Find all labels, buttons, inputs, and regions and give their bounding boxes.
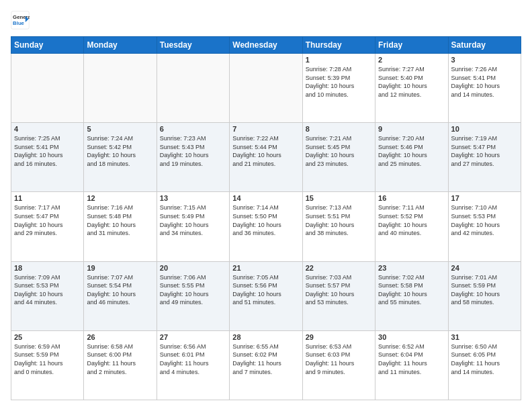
day-info: Sunrise: 7:03 AM Sunset: 5:57 PM Dayligh…: [306, 273, 372, 307]
day-info: Sunrise: 7:22 AM Sunset: 5:44 PM Dayligh…: [232, 134, 299, 168]
column-header-saturday: Saturday: [448, 37, 521, 54]
day-number: 26: [87, 333, 153, 341]
day-info: Sunrise: 7:21 AM Sunset: 5:45 PM Dayligh…: [306, 134, 372, 168]
day-number: 6: [160, 125, 226, 133]
calendar-cell: [157, 54, 229, 123]
day-info: Sunrise: 7:28 AM Sunset: 5:39 PM Dayligh…: [306, 65, 372, 99]
calendar-cell: 31Sunrise: 6:50 AM Sunset: 6:05 PM Dayli…: [448, 330, 521, 400]
calendar-cell: 30Sunrise: 6:52 AM Sunset: 6:04 PM Dayli…: [375, 330, 448, 400]
logo-icon: General Blue: [11, 11, 30, 30]
calendar-cell: 6Sunrise: 7:23 AM Sunset: 5:43 PM Daylig…: [157, 123, 229, 192]
day-info: Sunrise: 6:50 AM Sunset: 6:05 PM Dayligh…: [451, 342, 518, 376]
day-info: Sunrise: 7:20 AM Sunset: 5:46 PM Dayligh…: [378, 134, 445, 168]
day-info: Sunrise: 6:55 AM Sunset: 6:02 PM Dayligh…: [232, 342, 299, 376]
day-number: 17: [451, 194, 518, 202]
day-number: 16: [378, 194, 445, 202]
calendar-cell: 23Sunrise: 7:02 AM Sunset: 5:58 PM Dayli…: [375, 261, 448, 330]
day-number: 25: [14, 333, 81, 341]
calendar-cell: 14Sunrise: 7:14 AM Sunset: 5:50 PM Dayli…: [230, 192, 302, 261]
day-info: Sunrise: 6:58 AM Sunset: 6:00 PM Dayligh…: [87, 342, 153, 376]
column-header-sunday: Sunday: [11, 37, 84, 54]
day-info: Sunrise: 7:19 AM Sunset: 5:47 PM Dayligh…: [451, 134, 518, 168]
day-info: Sunrise: 7:05 AM Sunset: 5:56 PM Dayligh…: [232, 273, 299, 307]
day-info: Sunrise: 7:11 AM Sunset: 5:52 PM Dayligh…: [378, 203, 445, 237]
calendar-cell: 20Sunrise: 7:06 AM Sunset: 5:55 PM Dayli…: [157, 261, 229, 330]
day-info: Sunrise: 7:16 AM Sunset: 5:48 PM Dayligh…: [87, 203, 153, 237]
column-header-friday: Friday: [375, 37, 448, 54]
day-info: Sunrise: 7:15 AM Sunset: 5:49 PM Dayligh…: [160, 203, 226, 237]
calendar-week-row: 4Sunrise: 7:25 AM Sunset: 5:41 PM Daylig…: [11, 123, 521, 192]
calendar-cell: 8Sunrise: 7:21 AM Sunset: 5:45 PM Daylig…: [302, 123, 375, 192]
day-info: Sunrise: 7:02 AM Sunset: 5:58 PM Dayligh…: [378, 273, 445, 307]
calendar-cell: 28Sunrise: 6:55 AM Sunset: 6:02 PM Dayli…: [230, 330, 302, 400]
day-info: Sunrise: 7:01 AM Sunset: 5:59 PM Dayligh…: [451, 273, 518, 307]
day-info: Sunrise: 7:13 AM Sunset: 5:51 PM Dayligh…: [306, 203, 372, 237]
day-number: 1: [306, 56, 372, 64]
column-header-tuesday: Tuesday: [157, 37, 229, 54]
day-number: 27: [160, 333, 226, 341]
day-info: Sunrise: 6:53 AM Sunset: 6:03 PM Dayligh…: [306, 342, 372, 376]
calendar-cell: [84, 54, 157, 123]
calendar-cell: 15Sunrise: 7:13 AM Sunset: 5:51 PM Dayli…: [302, 192, 375, 261]
day-number: 28: [232, 333, 299, 341]
day-number: 29: [306, 333, 372, 341]
day-number: 2: [378, 56, 445, 64]
day-info: Sunrise: 6:52 AM Sunset: 6:04 PM Dayligh…: [378, 342, 445, 376]
day-number: 9: [378, 125, 445, 133]
day-number: 20: [160, 264, 226, 272]
day-number: 19: [87, 264, 153, 272]
calendar-header-row: SundayMondayTuesdayWednesdayThursdayFrid…: [11, 37, 521, 54]
calendar-week-row: 1Sunrise: 7:28 AM Sunset: 5:39 PM Daylig…: [11, 54, 521, 123]
calendar-cell: 27Sunrise: 6:56 AM Sunset: 6:01 PM Dayli…: [157, 330, 229, 400]
header: General Blue: [11, 11, 521, 30]
calendar-cell: 5Sunrise: 7:24 AM Sunset: 5:42 PM Daylig…: [84, 123, 157, 192]
day-info: Sunrise: 7:09 AM Sunset: 5:53 PM Dayligh…: [14, 273, 81, 307]
calendar-cell: 18Sunrise: 7:09 AM Sunset: 5:53 PM Dayli…: [11, 261, 84, 330]
day-number: 15: [306, 194, 372, 202]
day-number: 30: [378, 333, 445, 341]
page: General Blue SundayMondayTuesdayWednesda…: [0, 0, 532, 411]
calendar-table: SundayMondayTuesdayWednesdayThursdayFrid…: [11, 36, 521, 400]
day-number: 31: [451, 333, 518, 341]
day-number: 22: [306, 264, 372, 272]
day-number: 23: [378, 264, 445, 272]
day-number: 12: [87, 194, 153, 202]
column-header-monday: Monday: [84, 37, 157, 54]
svg-text:Blue: Blue: [13, 20, 25, 26]
calendar-cell: 1Sunrise: 7:28 AM Sunset: 5:39 PM Daylig…: [302, 54, 375, 123]
calendar-cell: 12Sunrise: 7:16 AM Sunset: 5:48 PM Dayli…: [84, 192, 157, 261]
day-info: Sunrise: 7:17 AM Sunset: 5:47 PM Dayligh…: [14, 203, 81, 237]
day-number: 11: [14, 194, 81, 202]
calendar-cell: 4Sunrise: 7:25 AM Sunset: 5:41 PM Daylig…: [11, 123, 84, 192]
calendar-cell: 29Sunrise: 6:53 AM Sunset: 6:03 PM Dayli…: [302, 330, 375, 400]
calendar-week-row: 25Sunrise: 6:59 AM Sunset: 5:59 PM Dayli…: [11, 330, 521, 400]
day-number: 18: [14, 264, 81, 272]
logo: General Blue: [11, 11, 30, 30]
day-info: Sunrise: 6:56 AM Sunset: 6:01 PM Dayligh…: [160, 342, 226, 376]
day-info: Sunrise: 7:26 AM Sunset: 5:41 PM Dayligh…: [451, 65, 518, 99]
calendar-cell: 22Sunrise: 7:03 AM Sunset: 5:57 PM Dayli…: [302, 261, 375, 330]
calendar-cell: 2Sunrise: 7:27 AM Sunset: 5:40 PM Daylig…: [375, 54, 448, 123]
day-number: 3: [451, 56, 518, 64]
calendar-cell: 3Sunrise: 7:26 AM Sunset: 5:41 PM Daylig…: [448, 54, 521, 123]
calendar-cell: 11Sunrise: 7:17 AM Sunset: 5:47 PM Dayli…: [11, 192, 84, 261]
day-info: Sunrise: 7:27 AM Sunset: 5:40 PM Dayligh…: [378, 65, 445, 99]
day-info: Sunrise: 7:14 AM Sunset: 5:50 PM Dayligh…: [232, 203, 299, 237]
day-number: 7: [232, 125, 299, 133]
day-number: 24: [451, 264, 518, 272]
calendar-cell: 25Sunrise: 6:59 AM Sunset: 5:59 PM Dayli…: [11, 330, 84, 400]
calendar-cell: 26Sunrise: 6:58 AM Sunset: 6:00 PM Dayli…: [84, 330, 157, 400]
calendar-cell: 13Sunrise: 7:15 AM Sunset: 5:49 PM Dayli…: [157, 192, 229, 261]
calendar-cell: 17Sunrise: 7:10 AM Sunset: 5:53 PM Dayli…: [448, 192, 521, 261]
column-header-thursday: Thursday: [302, 37, 375, 54]
day-info: Sunrise: 7:06 AM Sunset: 5:55 PM Dayligh…: [160, 273, 226, 307]
day-number: 14: [232, 194, 299, 202]
day-number: 13: [160, 194, 226, 202]
calendar-week-row: 18Sunrise: 7:09 AM Sunset: 5:53 PM Dayli…: [11, 261, 521, 330]
calendar-cell: 16Sunrise: 7:11 AM Sunset: 5:52 PM Dayli…: [375, 192, 448, 261]
calendar-cell: [11, 54, 84, 123]
day-number: 5: [87, 125, 153, 133]
day-number: 4: [14, 125, 81, 133]
calendar-cell: 10Sunrise: 7:19 AM Sunset: 5:47 PM Dayli…: [448, 123, 521, 192]
day-info: Sunrise: 6:59 AM Sunset: 5:59 PM Dayligh…: [14, 342, 81, 376]
